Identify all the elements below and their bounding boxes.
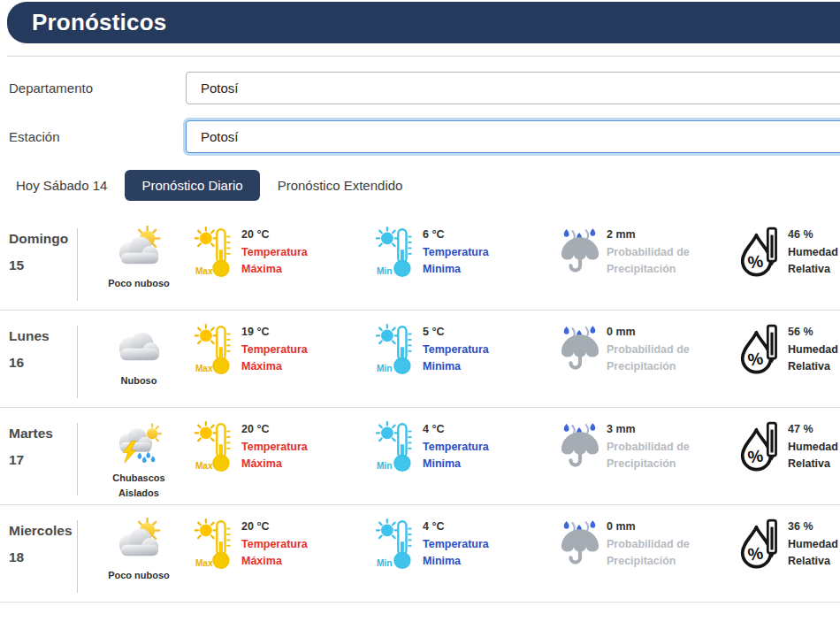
sun-thermometer-min-icon: Min <box>376 518 416 571</box>
min-temp-value: 4 °C <box>423 423 489 435</box>
forecast-row-domingo: Domingo 15 Poco nuboso <box>0 213 840 311</box>
min-badge: Min <box>377 558 392 568</box>
day-number: 16 <box>9 349 71 376</box>
precipitation-metric: 0 mm Probabilidad dePrecipitación <box>560 518 739 571</box>
drop-percent-thermometer-icon: % <box>739 420 782 473</box>
station-row: Estación <box>9 120 840 153</box>
max-badge: Max <box>195 461 213 471</box>
max-badge: Max <box>195 364 213 373</box>
humidity-value: 56 % <box>788 326 838 338</box>
condition-label: Chubascos Aislados <box>103 471 175 500</box>
condition-cell: Chubascos Aislados <box>83 420 195 500</box>
min-temp-metric: Min 6 °C TemperaturaMinima <box>376 226 560 279</box>
day-cell: Lunes 16 <box>0 323 71 376</box>
humidity-metric: % 56 % HumedadRelativa <box>739 323 840 376</box>
humidity-metric: % 46 % HumedadRelativa <box>739 226 840 279</box>
sun-thermometer-max-icon: Max <box>195 420 235 473</box>
max-temp-metric: Max 20 °C TemperaturaMáxima <box>195 226 376 279</box>
max-temp-value: 20 °C <box>241 520 308 533</box>
min-temp-value: 4 °C <box>423 520 489 533</box>
min-temp-metric: Min 5 °C TemperaturaMinima <box>376 323 560 376</box>
day-name: Lunes <box>9 323 71 349</box>
min-temp-value: 5 °C <box>423 326 489 338</box>
day-name: Miercoles <box>9 518 71 544</box>
day-name: Domingo <box>9 226 71 252</box>
sun-thermometer-min-icon: Min <box>376 323 416 376</box>
sun-thermometer-min-icon: Min <box>376 420 416 473</box>
max-badge: Max <box>195 266 213 276</box>
precipitation-metric: 3 mm Probabilidad dePrecipitación <box>560 420 739 473</box>
drop-percent-thermometer-icon: % <box>739 518 782 571</box>
sun-thermometer-max-icon: Max <box>195 226 235 279</box>
condition-cell: Poco nuboso <box>83 518 195 583</box>
min-badge: Min <box>377 266 392 276</box>
drop-percent-thermometer-icon: % <box>739 226 782 279</box>
humidity-value: 46 % <box>788 228 838 241</box>
precipitation-value: 0 mm <box>607 520 690 533</box>
max-temp-value: 20 °C <box>241 423 308 435</box>
umbrella-rain-icon <box>560 226 600 277</box>
day-divider <box>77 326 78 398</box>
header-divider <box>7 56 840 57</box>
day-number: 18 <box>9 544 71 571</box>
umbrella-rain-icon <box>560 420 600 472</box>
max-temp-value: 20 °C <box>241 228 308 241</box>
condition-label: Poco nuboso <box>108 276 170 291</box>
day-cell: Miercoles 18 <box>0 518 71 571</box>
sun-thermometer-max-icon: Max <box>195 518 235 571</box>
sun-thermometer-min-icon: Min <box>376 226 416 279</box>
day-divider <box>77 228 78 301</box>
forecast-row-miercoles: Miercoles 18 Poco nuboso <box>0 505 840 603</box>
sun-thermometer-max-icon: Max <box>195 323 235 376</box>
humidity-value: 47 % <box>788 423 838 435</box>
percent-glyph: % <box>746 445 764 466</box>
min-temp-metric: Min 4 °C TemperaturaMinima <box>376 518 560 571</box>
min-temp-value: 6 °C <box>423 228 489 241</box>
precipitation-value: 3 mm <box>607 423 690 435</box>
min-badge: Min <box>377 364 392 373</box>
cloud-sun-icon <box>111 518 166 562</box>
drop-percent-thermometer-icon: % <box>739 323 782 376</box>
day-divider <box>77 520 78 593</box>
station-label: Estación <box>9 129 186 144</box>
department-select[interactable] <box>186 72 840 104</box>
forecast-tabs: Hoy Sábado 14 Pronóstico Diario Pronósti… <box>16 170 402 201</box>
forecast-table: Domingo 15 Poco nuboso <box>0 213 840 603</box>
umbrella-rain-icon <box>560 323 600 374</box>
humidity-metric: % 47 % HumedadRelativa <box>739 420 840 473</box>
day-number: 17 <box>9 447 71 473</box>
tab-today[interactable]: Hoy Sábado 14 <box>16 178 107 193</box>
forecast-row-lunes: Lunes 16 Nuboso <box>0 311 840 408</box>
max-badge: Max <box>195 558 213 568</box>
storm-rain-icon <box>111 420 166 465</box>
cloud-sun-icon <box>111 226 166 270</box>
condition-cell: Poco nuboso <box>83 226 195 291</box>
cloud-icon <box>111 323 166 367</box>
precipitation-value: 2 mm <box>607 228 690 241</box>
condition-label: Poco nuboso <box>108 568 170 583</box>
department-label: Departamento <box>9 81 186 96</box>
max-temp-metric: Max 19 °C TemperaturaMáxima <box>195 323 376 376</box>
min-badge: Min <box>377 461 392 471</box>
day-cell: Domingo 15 <box>0 226 71 279</box>
percent-glyph: % <box>746 542 764 564</box>
app-header: Pronósticos <box>7 2 840 43</box>
precipitation-metric: 0 mm Probabilidad dePrecipitación <box>560 323 739 376</box>
condition-cell: Nuboso <box>83 323 195 388</box>
max-temp-metric: Max 20 °C TemperaturaMáxima <box>195 518 376 571</box>
day-name: Martes <box>9 420 71 447</box>
tab-daily-forecast[interactable]: Pronóstico Diario <box>125 170 259 201</box>
day-cell: Martes 17 <box>0 420 71 473</box>
max-temp-value: 19 °C <box>241 326 308 338</box>
page-title: Pronósticos <box>32 9 166 36</box>
precipitation-value: 0 mm <box>607 326 690 338</box>
max-temp-metric: Max 20 °C TemperaturaMáxima <box>195 420 376 473</box>
condition-label: Nuboso <box>121 373 157 388</box>
station-select[interactable] <box>186 120 840 153</box>
forecast-row-martes: Martes 17 <box>0 408 840 505</box>
day-divider <box>77 423 78 495</box>
tab-extended-forecast[interactable]: Pronóstico Extendido <box>278 178 403 193</box>
humidity-value: 36 % <box>788 520 838 533</box>
umbrella-rain-icon <box>560 518 600 569</box>
precipitation-metric: 2 mm Probabilidad dePrecipitación <box>560 226 739 279</box>
